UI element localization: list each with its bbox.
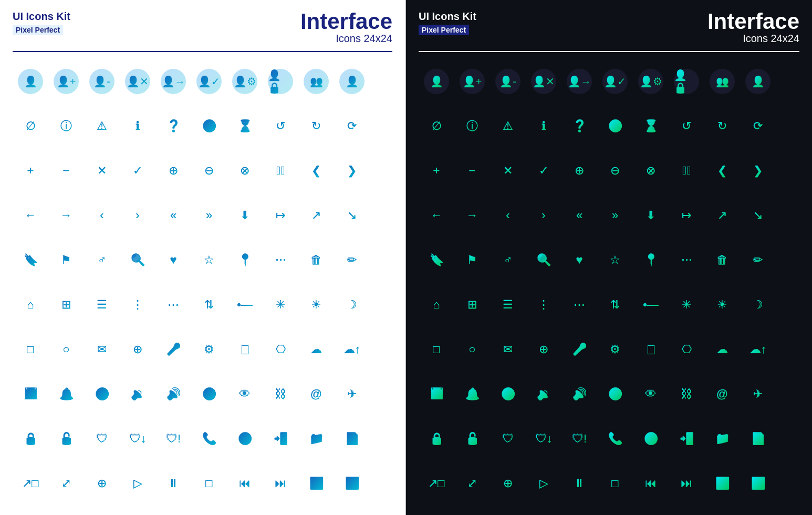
dark-icon-chevrons-right: »	[597, 198, 633, 233]
light-icon-plus-circle: ⊕	[155, 153, 191, 189]
light-icon-sun: ☀	[298, 287, 334, 323]
light-icon-user-x: 👤✕	[120, 64, 155, 99]
dark-icon-volume-up: 🔊	[561, 376, 597, 412]
light-icon-volume-up: 🔊	[155, 376, 191, 412]
dark-icon-plus: +	[419, 153, 454, 189]
dark-icon-trash: 🗑	[704, 242, 740, 278]
dark-icon-globe: ⊕	[526, 332, 561, 367]
light-icon-square: □	[191, 466, 227, 501]
dark-icon-moon: ☽	[740, 287, 776, 323]
dark-icon-download: ⬇	[633, 198, 669, 233]
light-icon-download: ⬇	[227, 198, 263, 233]
light-icon-share: ⋅⋅⋅	[263, 242, 298, 278]
light-icon-maximize2: ⤢	[48, 466, 84, 501]
light-icon-bell-off: 🔕	[84, 376, 120, 412]
light-icon-heart: ♥	[155, 242, 191, 278]
light-icon-row-5: 🔖 ⚑ ♂ 🔍 ♥ ☆ 📍 ⋅⋅⋅ 🗑 ✏	[13, 239, 392, 282]
light-icon-message-square: □	[13, 332, 48, 367]
light-header-right: Interface Icons 24x24	[300, 11, 392, 45]
light-icon-crosshair: ⊕	[84, 466, 120, 501]
dark-icon-alert-circle: ⓘ	[454, 108, 490, 144]
dark-header: UI Icons Kit Pixel Perfect Interface Ico…	[419, 11, 799, 52]
dark-icon-heart: ♥	[561, 242, 597, 278]
dark-icon-users: 👥	[704, 64, 740, 99]
light-interface-title: Interface	[300, 11, 392, 33]
light-icon-calendar: 📅	[13, 376, 48, 412]
dark-icon-user-arrow: 👤→	[561, 64, 597, 99]
dark-icons-grid: 👤 👤+ 👤- 👤✕ 👤→ 👤✓ 👤⚙ 👤🔒 👥 👤 ∅ ⓘ ⚠ ℹ ❓ 🕛 ⏳…	[419, 60, 799, 504]
light-icon-row-9: 🔒 🔓 🛡 🛡↓ 🛡! 📞 📵 📲 📁 📄	[13, 417, 392, 460]
light-icon-cloud-upload: ☁↑	[334, 332, 370, 367]
light-icon-row-4: ← → ‹ › « » ⬇ ↦ ↗ ↘	[13, 194, 392, 237]
light-icon-alert-triangle: ⚠	[84, 108, 120, 144]
dark-icon-flag: ⚑	[454, 242, 490, 278]
light-pixel-perfect: Pixel Perfect	[13, 25, 63, 35]
light-header: UI Icons Kit Pixel Perfect Interface Ico…	[13, 11, 392, 52]
dark-icon-grid: ⊞	[454, 287, 490, 323]
light-icon-info: ℹ	[120, 108, 155, 144]
light-icon-minus-circle: ⊖	[191, 153, 227, 189]
light-icon-row-7: □ ○ ✉ ⊕ 🎤 ⚙ ⎕ ⎔ ☁ ☁↑	[13, 328, 392, 370]
light-icon-user-circle: 👤	[334, 64, 370, 99]
dark-icon-skip-forward: ⏭	[669, 466, 704, 501]
light-icon-user: 👤	[13, 64, 48, 99]
light-kit-title: UI Icons Kit	[13, 11, 300, 23]
dark-icon-pause: ⏸	[561, 466, 597, 501]
light-icon-external-link: ↗□	[13, 466, 48, 501]
light-icon-row-6: ⌂ ⊞ ☰ ⋮ ⋯ ⇅ •— ✳ ☀ ☽	[13, 284, 392, 326]
light-icon-at-sign: @	[298, 376, 334, 412]
light-icon-refresh-ccw: ↺	[263, 108, 298, 144]
dark-icons-size: Icons 24x24	[707, 33, 799, 45]
dark-icon-row-2: ∅ ⓘ ⚠ ℹ ❓ 🕛 ⏳ ↺ ↻ ⟳	[419, 105, 799, 148]
light-icon-ban: ∅	[13, 108, 48, 144]
dark-header-left: UI Icons Kit Pixel Perfect	[419, 11, 707, 35]
dark-icon-alert-triangle: ⚠	[490, 108, 526, 144]
light-icon-phone-incoming: 📲	[263, 421, 298, 457]
dark-icon-maximize: ↗	[704, 198, 740, 233]
dark-icon-home: ⌂	[419, 287, 454, 323]
dark-interface-title: Interface	[707, 11, 799, 33]
light-icon-menu: ☰	[84, 287, 120, 323]
dark-icon-refresh-ccw: ↺	[669, 108, 704, 144]
dark-icon-settings-sliders: •—	[633, 287, 669, 323]
dark-icon-rewind: ⏪	[704, 466, 740, 501]
light-icon-cloud: ☁	[298, 332, 334, 367]
light-icon-user-minus: 👤-	[84, 64, 120, 99]
light-icon-eye: 👁	[227, 376, 263, 412]
dark-icon-shield-alert: 🛡!	[561, 421, 597, 457]
dark-icon-eye: 👁	[633, 376, 669, 412]
light-icon-plus: +	[13, 153, 48, 189]
light-icon-chevrons-left: «	[155, 198, 191, 233]
light-icon-x: ✕	[84, 153, 120, 189]
light-icon-more-horizontal: ⋯	[155, 287, 191, 323]
dark-icon-columns: ⎔	[669, 332, 704, 367]
light-icon-trash: 🗑	[298, 242, 334, 278]
light-icon-bookmark: 🔖	[13, 242, 48, 278]
light-icon-message-circle: ○	[48, 332, 84, 367]
dark-icon-shield: 🛡	[490, 421, 526, 457]
light-icon-file: 📄	[334, 421, 370, 457]
dark-icon-message-square: □	[419, 332, 454, 367]
dark-icon-phone-off: 📵	[633, 421, 669, 457]
dark-icon-row-1: 👤 👤+ 👤- 👤✕ 👤→ 👤✓ 👤⚙ 👤🔒 👥 👤	[419, 60, 799, 103]
light-icon-shield-off: 🛡↓	[120, 421, 155, 457]
dark-icon-clock-down: ⏳	[633, 108, 669, 144]
light-icon-row-8: 📅 🔔 🔕 🔉 🔊 🔇 👁 ⛓ @ ✈	[13, 373, 392, 415]
light-icon-globe: ⊕	[120, 332, 155, 367]
light-icon-chevrons-right: »	[191, 198, 227, 233]
light-icon-chevron-right-circle: ❯	[334, 153, 370, 189]
dark-icon-folder: 📁	[704, 421, 740, 457]
light-icon-moon: ☽	[334, 287, 370, 323]
dark-icon-log-in: ↦	[669, 198, 704, 233]
dark-header-right: Interface Icons 24x24	[707, 11, 799, 45]
dark-icon-row-10: ↗□ ⤢ ⊕ ▷ ⏸ □ ⏮ ⏭ ⏪ ⏩	[419, 462, 799, 504]
dark-icon-map-pin: 📍	[633, 242, 669, 278]
dark-icon-user-settings: 👤⚙	[633, 64, 669, 99]
dark-icon-user-add: 👤+	[454, 64, 490, 99]
dark-icon-row-3: + − ✕ ✓ ⊕ ⊖ ⊗ ✓⃝ ❮ ❯	[419, 150, 799, 192]
dark-icon-square: □	[597, 466, 633, 501]
dark-icon-lock: 🔒	[419, 421, 454, 457]
dark-icon-check-circle: ✓⃝	[669, 153, 704, 189]
dark-icon-shield-off: 🛡↓	[526, 421, 561, 457]
light-icon-settings-gear: ⚙	[191, 332, 227, 367]
